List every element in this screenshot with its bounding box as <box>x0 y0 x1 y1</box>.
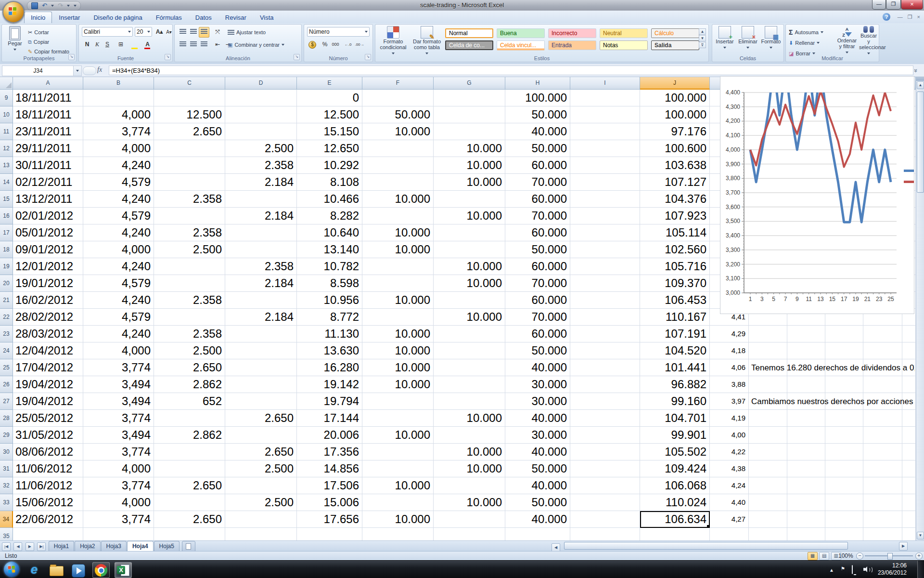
taskbar-ie[interactable]: e <box>26 562 42 577</box>
row-header-14[interactable]: 14 <box>0 174 13 191</box>
workbook-minimize-icon[interactable]: — <box>898 14 903 20</box>
zoom-in-icon[interactable]: + <box>915 552 923 560</box>
percent-button[interactable]: % <box>320 39 330 50</box>
ribbon-tab-insertar[interactable]: Insertar <box>52 12 87 24</box>
cell-G15[interactable] <box>434 191 505 208</box>
find-select-button[interactable]: Buscar y seleccionar <box>859 26 878 56</box>
cell-B31[interactable]: 4,000 <box>83 460 154 477</box>
cell-I19[interactable] <box>570 258 640 275</box>
cell-D22[interactable]: 2.184 <box>225 309 297 326</box>
row-header-20[interactable]: 20 <box>0 275 13 292</box>
cell-O33[interactable] <box>863 494 902 511</box>
cell-B24[interactable]: 4,000 <box>83 342 154 359</box>
cell-H26[interactable]: 30.000 <box>505 376 570 393</box>
cell-P23[interactable] <box>902 326 916 342</box>
workbook-restore-icon[interactable]: ❐ <box>908 14 912 20</box>
cell-J12[interactable]: 100.600 <box>640 140 710 157</box>
cell-I24[interactable] <box>570 342 640 359</box>
cell-B19[interactable]: 4,240 <box>83 258 154 275</box>
cell-L29[interactable] <box>749 427 787 444</box>
prev-sheet-icon[interactable]: ◀ <box>13 542 22 551</box>
cell-A19[interactable]: 12/01/2012 <box>13 258 83 275</box>
cell-A22[interactable]: 28/02/2012 <box>13 309 83 326</box>
cell-A34[interactable]: 22/06/2012 <box>13 511 83 528</box>
column-header-G[interactable]: G <box>434 77 505 90</box>
cell-K32[interactable]: 4,24 <box>710 477 749 494</box>
cut-button[interactable]: ✂Cortar <box>28 27 49 37</box>
cell-J34[interactable]: 106.634 <box>640 511 710 528</box>
align-top-button[interactable] <box>178 27 188 38</box>
hscroll-right-icon[interactable]: ▶ <box>899 542 908 551</box>
cell-E30[interactable]: 17.356 <box>297 444 362 460</box>
cell-L28[interactable] <box>749 410 787 427</box>
cell-H19[interactable]: 60.000 <box>505 258 570 275</box>
column-header-D[interactable]: D <box>225 77 297 90</box>
style-chip-normal[interactable]: Normal <box>445 28 493 38</box>
cell-G25[interactable] <box>434 359 505 376</box>
cell-E34[interactable]: 17.656 <box>297 511 362 528</box>
cell-C13[interactable] <box>154 157 225 174</box>
cell-P31[interactable] <box>902 460 916 477</box>
cell-I12[interactable] <box>570 140 640 157</box>
delete-cells-button[interactable]: × Eliminar <box>737 26 758 50</box>
cell-B25[interactable]: 3,774 <box>83 359 154 376</box>
cell-H15[interactable]: 60.000 <box>505 191 570 208</box>
taskbar-chrome[interactable] <box>92 562 110 578</box>
number-format-combo[interactable]: Número <box>307 27 370 37</box>
cell-E29[interactable]: 20.006 <box>297 427 362 444</box>
row-header-23[interactable]: 23 <box>0 326 13 342</box>
close-button[interactable]: × <box>901 0 923 10</box>
cell-F18[interactable]: 10.000 <box>362 241 434 258</box>
row-header-22[interactable]: 22 <box>0 309 13 326</box>
align-center-button[interactable] <box>188 39 199 50</box>
cell-N31[interactable] <box>825 460 863 477</box>
format-cells-button[interactable]: ▦ Formato <box>760 26 782 50</box>
cell-M23[interactable] <box>787 326 825 342</box>
cell-E11[interactable]: 15.150 <box>297 123 362 140</box>
cell-J20[interactable]: 109.370 <box>640 275 710 292</box>
cell-H34[interactable]: 40.000 <box>505 511 570 528</box>
cell-B35[interactable] <box>83 528 154 540</box>
cell-I34[interactable] <box>570 511 640 528</box>
align-bottom-button[interactable] <box>199 27 209 38</box>
cell-A14[interactable]: 02/12/2011 <box>13 174 83 191</box>
cell-H32[interactable]: 40.000 <box>505 477 570 494</box>
cell-G21[interactable] <box>434 292 505 309</box>
tray-expand-icon[interactable]: ▲ <box>829 567 834 573</box>
increase-decimal-button[interactable]: ←.0 <box>343 39 353 50</box>
decrease-decimal-button[interactable]: .00→ <box>354 39 365 50</box>
cell-B18[interactable]: 4,000 <box>83 241 154 258</box>
cell-J26[interactable]: 96.882 <box>640 376 710 393</box>
cell-F30[interactable] <box>362 444 434 460</box>
cell-I31[interactable] <box>570 460 640 477</box>
row-header-16[interactable]: 16 <box>0 208 13 224</box>
thousands-button[interactable]: 000 <box>330 39 341 50</box>
cell-C25[interactable]: 2.650 <box>154 359 225 376</box>
zoom-level[interactable]: 100% <box>838 552 853 559</box>
cell-C20[interactable] <box>154 275 225 292</box>
italic-button[interactable]: K <box>92 39 103 50</box>
cell-N35[interactable] <box>825 528 863 540</box>
cell-M24[interactable] <box>787 342 825 359</box>
scroll-up-icon[interactable]: ▲ <box>917 81 924 89</box>
cell-J23[interactable]: 107.191 <box>640 326 710 342</box>
cell-K27[interactable]: 3,97 <box>710 393 749 410</box>
cell-D10[interactable] <box>225 106 297 123</box>
cell-L33[interactable] <box>749 494 787 511</box>
cell-C24[interactable]: 2.500 <box>154 342 225 359</box>
cell-C11[interactable]: 2.650 <box>154 123 225 140</box>
name-box-dropdown-icon[interactable] <box>73 66 82 76</box>
cell-B27[interactable]: 3,494 <box>83 393 154 410</box>
sort-filter-button[interactable]: AZ Ordenar y filtrar <box>836 26 858 55</box>
column-header-H[interactable]: H <box>505 77 570 90</box>
cell-F35[interactable] <box>362 528 434 540</box>
cell-D19[interactable]: 2.358 <box>225 258 297 275</box>
undo-icon[interactable]: ↶ <box>42 2 47 9</box>
cell-B32[interactable]: 3,774 <box>83 477 154 494</box>
row-header-25[interactable]: 25 <box>0 359 13 376</box>
cell-P30[interactable] <box>902 444 916 460</box>
cell-A13[interactable]: 30/11/2011 <box>13 157 83 174</box>
cell-E9[interactable]: 0 <box>297 90 362 106</box>
align-left-button[interactable] <box>178 39 188 50</box>
cell-I15[interactable] <box>570 191 640 208</box>
